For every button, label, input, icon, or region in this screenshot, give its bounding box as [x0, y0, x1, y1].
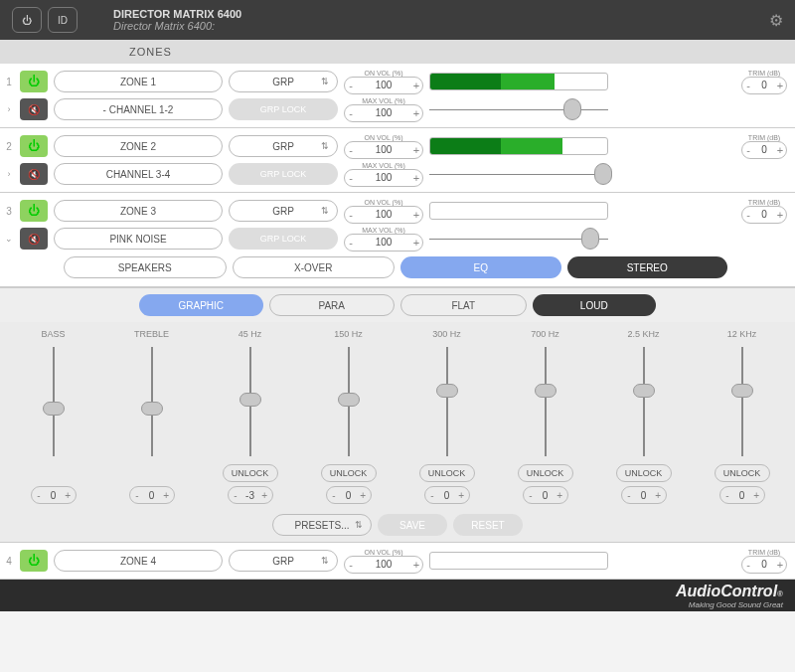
- level-meter: [429, 552, 608, 570]
- eq-slider[interactable]: [643, 347, 645, 456]
- eq-band-label: 12 KHz: [727, 330, 757, 339]
- vol-label: ON VOL (%): [364, 199, 402, 206]
- trim-input[interactable]: -0+: [741, 206, 787, 224]
- brand-tagline: Making Good Sound Great: [676, 600, 783, 609]
- zone-number: 1: [4, 77, 14, 87]
- vol-label: ON VOL (%): [364, 70, 402, 77]
- eq-value-stepper[interactable]: -0+: [424, 486, 470, 504]
- eq-tab-loud[interactable]: LOUD: [533, 294, 657, 316]
- trim-input[interactable]: -0+: [741, 556, 787, 574]
- save-button[interactable]: SAVE: [378, 514, 447, 536]
- level-meter: [429, 73, 608, 90]
- presets-select[interactable]: PRESETS...: [272, 514, 372, 536]
- group-select[interactable]: GRP: [229, 550, 338, 572]
- eq-slider[interactable]: [249, 347, 251, 456]
- zone-power-button[interactable]: ⏻: [20, 200, 48, 222]
- vol-input[interactable]: -100+: [344, 169, 423, 187]
- mute-button[interactable]: 🔇: [20, 228, 48, 250]
- eq-tab-para[interactable]: PARA: [269, 294, 396, 316]
- footer: AudioControl® Making Good Sound Great: [0, 580, 795, 611]
- zone-name-input[interactable]: ZONE 2: [54, 135, 223, 157]
- vol-label: ON VOL (%): [364, 549, 402, 556]
- power-button[interactable]: ⏻: [12, 7, 42, 33]
- trim-label: TRIM (dB): [748, 134, 780, 141]
- unlock-button[interactable]: UNLOCK: [321, 464, 377, 482]
- unlock-button[interactable]: UNLOCK: [223, 464, 278, 482]
- tab-speakers[interactable]: SPEAKERS: [64, 256, 227, 278]
- tab-xover[interactable]: X-OVER: [233, 256, 396, 278]
- vol-input[interactable]: -100+: [344, 556, 423, 574]
- eq-band: 45 Hz UNLOCK --3+: [205, 330, 295, 504]
- trim-input[interactable]: -0+: [741, 77, 787, 94]
- level-meter: [429, 202, 608, 220]
- unlock-button[interactable]: UNLOCK: [715, 464, 770, 482]
- tab-eq[interactable]: EQ: [400, 256, 561, 278]
- expand-toggle[interactable]: ⌄: [4, 234, 14, 244]
- product-subtitle: Director Matrix 6400:: [113, 20, 241, 32]
- reset-button[interactable]: RESET: [453, 514, 523, 536]
- zone-name-input[interactable]: ZONE 4: [54, 550, 223, 572]
- vol-input[interactable]: -100+: [344, 234, 423, 252]
- channel-name-input[interactable]: PINK NOISE: [54, 228, 223, 250]
- eq-slider[interactable]: [741, 347, 743, 456]
- volume-slider[interactable]: [429, 160, 608, 188]
- eq-value-stepper[interactable]: -0+: [719, 486, 765, 504]
- zone-row: 4 ⏻ ZONE 4 GRP ON VOL (%)-100+ TRIM (dB)…: [0, 543, 795, 580]
- eq-panel: BASS -0+ TREBLE -0+ 45 Hz UNLOCK --3+ 15…: [0, 322, 795, 508]
- settings-icon[interactable]: ⚙: [769, 11, 783, 30]
- eq-band: 700 Hz UNLOCK -0+: [500, 330, 590, 504]
- volume-slider[interactable]: [429, 225, 608, 252]
- expand-toggle[interactable]: ›: [4, 169, 14, 179]
- eq-slider[interactable]: [151, 347, 153, 456]
- eq-band-label: 300 Hz: [432, 330, 461, 339]
- zone-name-input[interactable]: ZONE 1: [54, 71, 223, 92]
- group-select[interactable]: GRP: [229, 135, 338, 157]
- eq-value-stepper[interactable]: -0+: [523, 486, 568, 504]
- zone-power-button[interactable]: ⏻: [20, 135, 48, 157]
- eq-tab-graphic[interactable]: GRAPHIC: [139, 294, 263, 316]
- eq-band-label: 45 Hz: [238, 330, 262, 339]
- group-select[interactable]: GRP: [229, 71, 338, 92]
- id-button[interactable]: ID: [48, 7, 78, 33]
- unlock-button[interactable]: UNLOCK: [616, 464, 672, 482]
- trim-input[interactable]: -0+: [741, 141, 787, 159]
- group-select[interactable]: GRP: [229, 200, 338, 222]
- tab-stereo[interactable]: STEREO: [567, 256, 728, 278]
- volume-slider[interactable]: [429, 95, 608, 123]
- trim-label: TRIM (dB): [748, 70, 780, 77]
- eq-value-stepper[interactable]: -0+: [621, 486, 667, 504]
- zone-number: 2: [4, 141, 14, 152]
- eq-slider[interactable]: [446, 347, 448, 456]
- mute-button[interactable]: 🔇: [20, 98, 48, 120]
- channel-name-input[interactable]: - CHANNEL 1-2: [54, 98, 223, 120]
- eq-slider[interactable]: [348, 347, 350, 456]
- zone-number: 4: [4, 556, 14, 567]
- group-lock-button[interactable]: GRP LOCK: [229, 98, 338, 120]
- trim-label: TRIM (dB): [748, 549, 780, 556]
- eq-slider[interactable]: [545, 347, 547, 456]
- mute-button[interactable]: 🔇: [20, 163, 48, 185]
- eq-band: 300 Hz UNLOCK -0+: [401, 330, 492, 504]
- zone-power-button[interactable]: ⏻: [20, 550, 48, 572]
- zone-power-button[interactable]: ⏻: [20, 71, 48, 92]
- eq-value-stepper[interactable]: -0+: [31, 486, 77, 504]
- group-lock-button[interactable]: GRP LOCK: [229, 228, 338, 250]
- expand-toggle[interactable]: ›: [4, 104, 14, 114]
- zone-name-input[interactable]: ZONE 3: [54, 200, 223, 222]
- vol-input[interactable]: -100+: [344, 141, 423, 159]
- vol-input[interactable]: -100+: [344, 77, 423, 94]
- vol-input[interactable]: -100+: [344, 104, 423, 122]
- channel-name-input[interactable]: CHANNEL 3-4: [54, 163, 223, 185]
- group-lock-button[interactable]: GRP LOCK: [229, 163, 338, 185]
- vol-input[interactable]: -100+: [344, 206, 423, 224]
- eq-slider[interactable]: [53, 347, 55, 456]
- eq-band-label: BASS: [41, 330, 65, 339]
- eq-value-stepper[interactable]: -0+: [129, 486, 175, 504]
- eq-value-stepper[interactable]: -0+: [326, 486, 372, 504]
- unlock-button[interactable]: UNLOCK: [518, 464, 573, 482]
- unlock-button[interactable]: UNLOCK: [419, 464, 475, 482]
- eq-value-stepper[interactable]: --3+: [228, 486, 273, 504]
- eq-band: 150 Hz UNLOCK -0+: [303, 330, 394, 504]
- eq-tab-flat[interactable]: FLAT: [400, 294, 527, 316]
- zone-row: 1 ⏻ ZONE 1 GRP ON VOL (%)-100+ TRIM (dB)…: [0, 64, 795, 128]
